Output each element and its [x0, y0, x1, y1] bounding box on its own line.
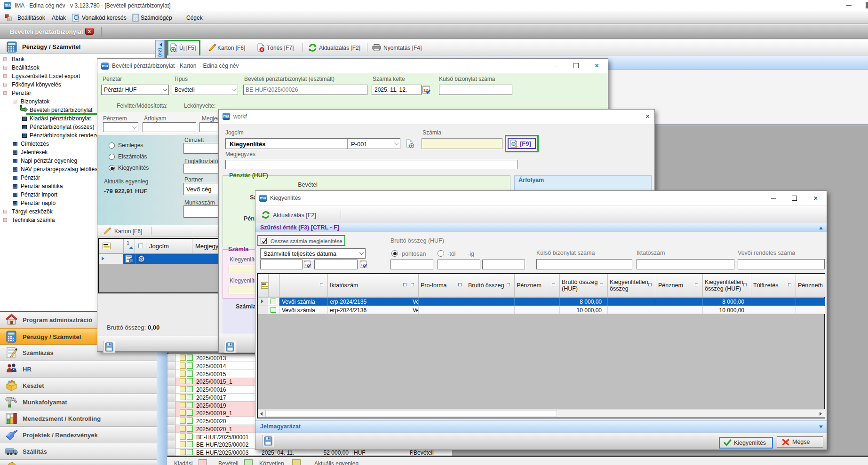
svg-text:?: ? — [140, 257, 143, 261]
svg-text:12: 12 — [361, 263, 365, 267]
svg-text:12: 12 — [305, 263, 309, 267]
